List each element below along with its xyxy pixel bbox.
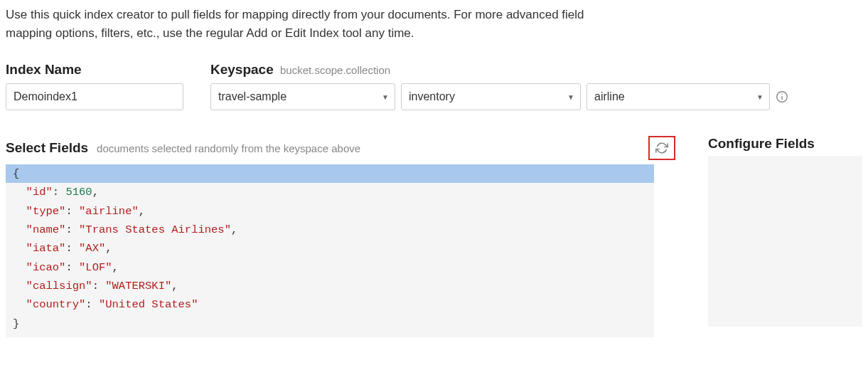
- chevron-down-icon: ▼: [756, 93, 763, 101]
- intro-text: Use this quick index creator to pull fie…: [6, 6, 596, 42]
- json-line-close[interactable]: }: [6, 315, 654, 333]
- json-line-iata[interactable]: "iata": "AX",: [6, 239, 654, 258]
- configure-fields-title: Configure Fields: [708, 136, 862, 152]
- refresh-button[interactable]: [648, 136, 675, 160]
- index-name-input[interactable]: [6, 83, 183, 110]
- keyspace-inputs: travel-sample ▼ inventory ▼ airline ▼: [210, 83, 788, 110]
- select-fields-column: Select Fields documents selected randoml…: [6, 136, 675, 337]
- keyspace-label-row: Keyspace bucket.scope.collection: [210, 62, 788, 78]
- bucket-select-value: travel-sample: [218, 90, 286, 103]
- chevron-down-icon: ▼: [567, 93, 574, 101]
- json-line-type[interactable]: "type": "airline",: [6, 202, 654, 221]
- columns: Select Fields documents selected randoml…: [6, 136, 862, 337]
- json-line-open[interactable]: {: [6, 164, 654, 183]
- keyspace-label: Keyspace: [210, 62, 274, 77]
- select-fields-hint: documents selected randomly from the key…: [97, 142, 360, 154]
- select-fields-header: Select Fields documents selected randoml…: [6, 136, 675, 160]
- refresh-icon: [655, 142, 668, 154]
- keyspace-hint: bucket.scope.collection: [280, 64, 390, 76]
- json-line-name[interactable]: "name": "Trans States Airlines",: [6, 221, 654, 239]
- chevron-down-icon: ▼: [382, 93, 389, 101]
- collection-select-value: airline: [594, 90, 625, 103]
- collection-select[interactable]: airline ▼: [586, 83, 770, 110]
- configure-fields-column: Configure Fields: [708, 136, 862, 327]
- scope-select[interactable]: inventory ▼: [401, 83, 581, 110]
- keyspace-group: Keyspace bucket.scope.collection travel-…: [210, 62, 788, 110]
- bucket-select[interactable]: travel-sample ▼: [210, 83, 395, 110]
- json-line-callsign[interactable]: "callsign": "WATERSKI",: [6, 277, 654, 295]
- index-name-label: Index Name: [6, 62, 183, 78]
- select-fields-title: Select Fields: [6, 140, 88, 155]
- info-icon[interactable]: [776, 90, 788, 103]
- json-viewer[interactable]: { "id": 5160, "type": "airline", "name":…: [6, 164, 654, 337]
- json-line-icao[interactable]: "icao": "LOF",: [6, 258, 654, 277]
- configure-fields-panel: [708, 156, 862, 327]
- json-line-id[interactable]: "id": 5160,: [6, 183, 654, 201]
- index-name-group: Index Name: [6, 62, 183, 110]
- scope-select-value: inventory: [409, 90, 455, 103]
- form-row: Index Name Keyspace bucket.scope.collect…: [6, 62, 862, 110]
- json-line-country[interactable]: "country": "United States": [6, 295, 654, 314]
- svg-point-2: [781, 93, 783, 95]
